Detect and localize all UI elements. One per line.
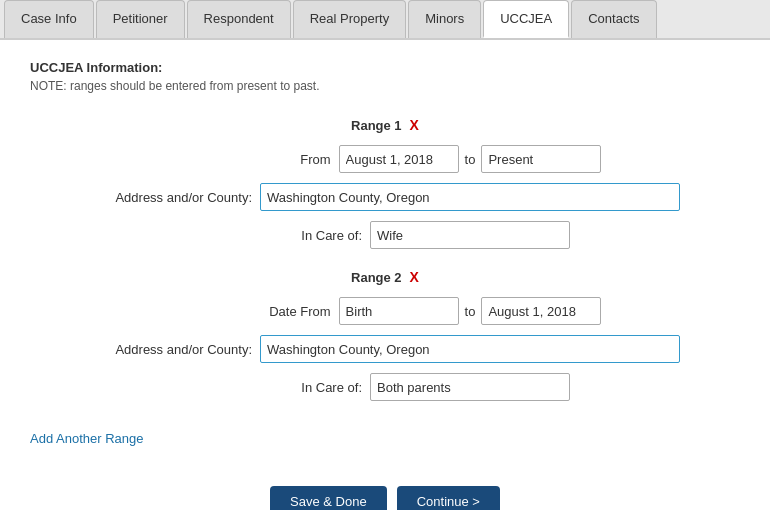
range-2-header: Range 2 X (30, 269, 740, 285)
range-2-care-row: In Care of: (30, 373, 740, 401)
range-2-address-label: Address and/or County: (90, 342, 260, 357)
range-2-from-input[interactable] (339, 297, 459, 325)
section-note: NOTE: ranges should be entered from pres… (30, 79, 740, 93)
tab-real-property[interactable]: Real Property (293, 0, 406, 38)
range-2-to-input[interactable] (481, 297, 601, 325)
range-2-label: Range 2 (351, 270, 402, 285)
main-content: UCCJEA Information: NOTE: ranges should … (0, 40, 770, 510)
range-1-label: Range 1 (351, 118, 402, 133)
button-row: Save & Done Continue > (30, 486, 740, 510)
range-2-care-input[interactable] (370, 373, 570, 401)
tab-bar: Case Info Petitioner Respondent Real Pro… (0, 0, 770, 40)
range-1-dates-row: From to (30, 145, 740, 173)
range-2-section: Range 2 X Date From to Address and/or Co… (30, 269, 740, 401)
tab-uccjea[interactable]: UCCJEA (483, 0, 569, 38)
range-2-datefrom-label: Date From (169, 304, 339, 319)
save-done-button[interactable]: Save & Done (270, 486, 387, 510)
add-range-link[interactable]: Add Another Range (30, 431, 143, 446)
range-2-address-row: Address and/or County: (30, 335, 740, 363)
range-2-care-label: In Care of: (200, 380, 370, 395)
range-1-address-input[interactable] (260, 183, 680, 211)
range-2-delete[interactable]: X (410, 269, 419, 285)
range-2-dates-row: Date From to (30, 297, 740, 325)
continue-button[interactable]: Continue > (397, 486, 500, 510)
range-1-care-label: In Care of: (200, 228, 370, 243)
range-2-address-input[interactable] (260, 335, 680, 363)
range-1-to-input[interactable] (481, 145, 601, 173)
section-title: UCCJEA Information: (30, 60, 740, 75)
tab-case-info[interactable]: Case Info (4, 0, 94, 38)
tab-respondent[interactable]: Respondent (187, 0, 291, 38)
tab-minors[interactable]: Minors (408, 0, 481, 38)
range-1-delete[interactable]: X (410, 117, 419, 133)
range-1-to-label: to (465, 152, 476, 167)
range-1-from-input[interactable] (339, 145, 459, 173)
range-1-header: Range 1 X (30, 117, 740, 133)
tab-contacts[interactable]: Contacts (571, 0, 656, 38)
range-1-care-row: In Care of: (30, 221, 740, 249)
range-1-from-label: From (169, 152, 339, 167)
tab-petitioner[interactable]: Petitioner (96, 0, 185, 38)
range-2-to-label: to (465, 304, 476, 319)
range-1-section: Range 1 X From to Address and/or County:… (30, 117, 740, 249)
range-1-care-input[interactable] (370, 221, 570, 249)
range-1-address-label: Address and/or County: (90, 190, 260, 205)
range-1-address-row: Address and/or County: (30, 183, 740, 211)
